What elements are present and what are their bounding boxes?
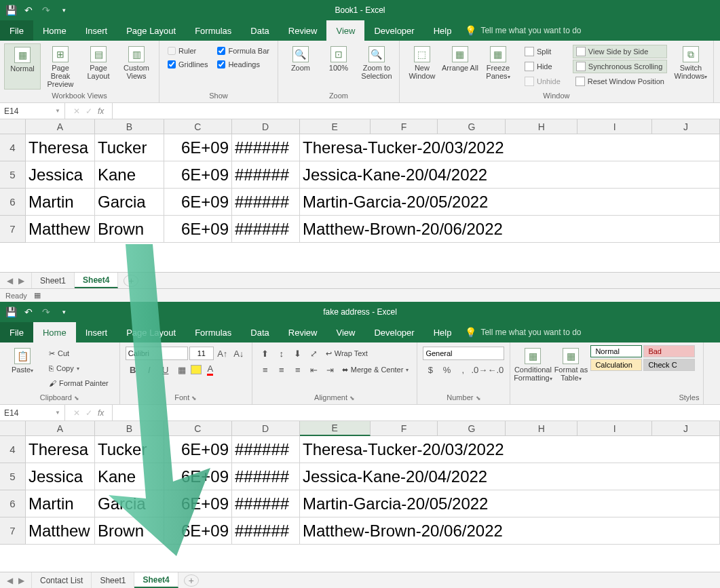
- cell[interactable]: Theresa: [26, 134, 95, 161]
- tab-view[interactable]: View: [326, 322, 364, 342]
- col-header-H[interactable]: H: [506, 421, 577, 436]
- tab-page-layout[interactable]: Page Layout: [117, 322, 185, 342]
- cell[interactable]: Kane: [95, 161, 164, 189]
- redo-icon[interactable]: ↷: [41, 5, 52, 16]
- cell[interactable]: Kane: [95, 463, 164, 490]
- cell[interactable]: ######: [232, 490, 300, 517]
- col-header-D[interactable]: D: [232, 421, 300, 436]
- col-header-I[interactable]: I: [577, 421, 652, 436]
- cell[interactable]: ######: [232, 134, 300, 161]
- fill-color-button[interactable]: [191, 365, 202, 374]
- row-header[interactable]: 6: [0, 490, 26, 517]
- btn-merge-center[interactable]: ⬌Merge & Center▾: [339, 363, 412, 376]
- font-family-select[interactable]: Calibri: [126, 347, 188, 360]
- fx-icon[interactable]: fx: [98, 106, 104, 116]
- cell[interactable]: Brown: [95, 216, 164, 243]
- btn-unhide[interactable]: Unhide: [522, 75, 563, 88]
- decrease-decimal-icon[interactable]: ←.0: [488, 363, 503, 376]
- tell-me[interactable]: 💡Tell me what you want to do: [465, 20, 581, 41]
- spreadsheet-grid-bottom[interactable]: A B C D E F G H I J 4 Theresa Tucker 6E+…: [0, 421, 720, 572]
- cell[interactable]: ######: [232, 436, 300, 463]
- increase-decimal-icon[interactable]: .0→: [472, 363, 487, 376]
- italic-button[interactable]: I: [142, 363, 157, 376]
- select-all-corner[interactable]: [0, 119, 26, 134]
- tab-file[interactable]: File: [0, 20, 33, 41]
- cell[interactable]: Garcia: [95, 189, 164, 216]
- tab-help[interactable]: Help: [424, 20, 461, 41]
- col-header-D[interactable]: D: [232, 119, 300, 134]
- dialog-launcher-icon[interactable]: ⬊: [74, 395, 79, 401]
- btn-normal-view[interactable]: ▦Normal: [4, 43, 41, 90]
- cell[interactable]: Theresa-Tucker-20/03/2022: [300, 134, 720, 161]
- col-header-G[interactable]: G: [438, 421, 506, 436]
- btn-cut[interactable]: ✂Cut: [46, 347, 111, 360]
- align-left-icon[interactable]: ≡: [258, 363, 273, 376]
- cell[interactable]: 6E+09: [164, 517, 232, 545]
- undo-icon[interactable]: ↶: [23, 307, 34, 317]
- tab-insert[interactable]: Insert: [76, 20, 117, 41]
- row-header[interactable]: 7: [0, 517, 26, 545]
- sheet-tab-contact-list[interactable]: Contact List: [32, 572, 92, 588]
- row-header[interactable]: 4: [0, 134, 26, 161]
- col-header-G[interactable]: G: [438, 119, 506, 134]
- accounting-format-icon[interactable]: $: [423, 363, 438, 376]
- cell[interactable]: 6E+09: [164, 161, 232, 189]
- qat-customize-icon[interactable]: ▾: [58, 307, 69, 317]
- increase-font-icon[interactable]: A↑: [215, 347, 230, 360]
- cell[interactable]: Jessica-Kane-20/04/2022: [300, 463, 720, 490]
- col-header-F[interactable]: F: [371, 421, 438, 436]
- row-header[interactable]: 5: [0, 161, 26, 189]
- btn-wrap-text[interactable]: ↩Wrap Text: [323, 347, 371, 360]
- col-header-A[interactable]: A: [26, 421, 95, 436]
- sheet-tab-sheet4[interactable]: Sheet4: [134, 572, 178, 588]
- col-header-H[interactable]: H: [506, 119, 577, 134]
- cell[interactable]: Jessica: [26, 161, 95, 189]
- tab-data[interactable]: Data: [241, 20, 278, 41]
- btn-copy[interactable]: ⎘Copy▾: [46, 361, 111, 375]
- increase-indent-icon[interactable]: ⇥: [323, 363, 338, 376]
- tab-view[interactable]: View: [326, 20, 364, 41]
- tab-nav-next-icon[interactable]: ▶: [18, 276, 24, 286]
- spreadsheet-grid-top[interactable]: A B C D E F G H I J 4 Theresa Tucker 6E+…: [0, 119, 720, 272]
- cell[interactable]: Theresa: [26, 436, 95, 463]
- cell-style-check[interactable]: Check C: [643, 359, 695, 371]
- btn-page-layout-view[interactable]: ▤Page Layout: [80, 43, 117, 90]
- chk-ruler[interactable]: Ruler: [168, 45, 208, 57]
- cancel-icon[interactable]: ✕: [73, 408, 80, 418]
- tab-review[interactable]: Review: [279, 322, 327, 342]
- align-top-icon[interactable]: ⬆: [258, 347, 273, 360]
- row-header[interactable]: 6: [0, 189, 26, 216]
- sheet-tab-sheet1[interactable]: Sheet1: [92, 572, 134, 588]
- btn-arrange-all[interactable]: ▦Arrange All: [442, 43, 478, 90]
- tab-nav-next-icon[interactable]: ▶: [18, 576, 24, 585]
- cancel-icon[interactable]: ✕: [73, 106, 80, 116]
- chk-headings[interactable]: Headings: [217, 58, 269, 71]
- name-box[interactable]: E14▼: [0, 103, 65, 119]
- col-header-C[interactable]: C: [164, 421, 232, 436]
- align-bottom-icon[interactable]: ⬇: [290, 347, 305, 360]
- dialog-launcher-icon[interactable]: ⬊: [349, 395, 355, 401]
- tell-me[interactable]: 💡Tell me what you want to do: [465, 322, 581, 342]
- cell[interactable]: 6E+09: [164, 490, 232, 517]
- dialog-launcher-icon[interactable]: ⬊: [476, 395, 481, 401]
- btn-page-break-preview[interactable]: ⊞Page Break Preview: [42, 43, 79, 90]
- cell[interactable]: ######: [232, 161, 300, 189]
- col-header-J[interactable]: J: [652, 421, 720, 436]
- btn-view-side-by-side[interactable]: View Side by Side: [573, 45, 667, 58]
- cell-style-calculation[interactable]: Calculation: [590, 359, 642, 371]
- btn-new-window[interactable]: ⬚New Window: [404, 43, 440, 90]
- cell[interactable]: Tucker: [95, 436, 164, 463]
- tab-help[interactable]: Help: [424, 322, 461, 342]
- cell[interactable]: Martin: [26, 490, 95, 517]
- col-header-J[interactable]: J: [652, 119, 720, 134]
- redo-icon[interactable]: ↷: [41, 307, 52, 317]
- comma-format-icon[interactable]: ,: [455, 363, 470, 376]
- align-right-icon[interactable]: ≡: [290, 363, 305, 376]
- select-all-corner[interactable]: [0, 421, 26, 436]
- bold-button[interactable]: B: [126, 363, 140, 376]
- formula-input[interactable]: [113, 405, 720, 420]
- cell[interactable]: Matthew: [26, 517, 95, 545]
- tab-formulas[interactable]: Formulas: [185, 322, 241, 342]
- cell[interactable]: Matthew-Brown-20/06/2022: [300, 517, 720, 545]
- tab-nav-prev-icon[interactable]: ◀: [7, 576, 13, 585]
